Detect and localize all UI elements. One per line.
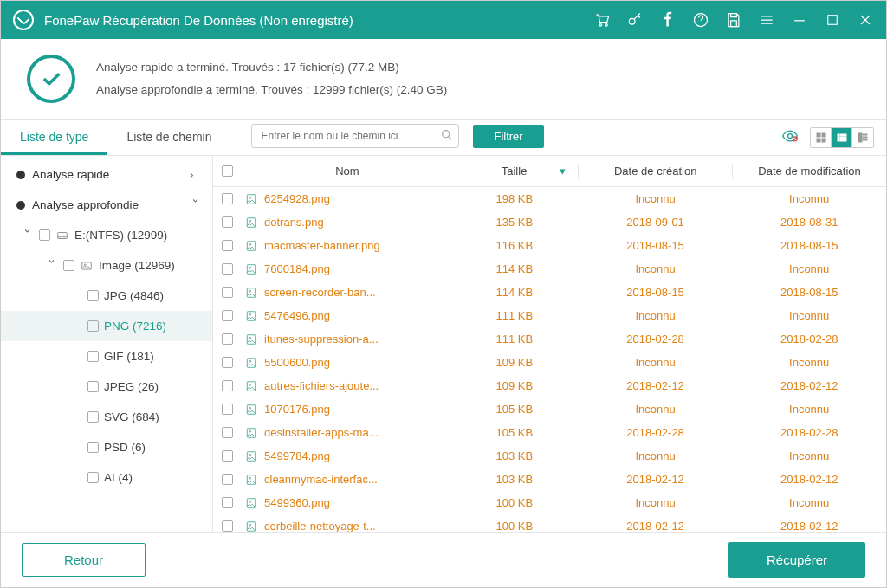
sidebar: Analyse rapide › Analyse approfondie › ›… <box>1 156 213 532</box>
svg-rect-13 <box>840 134 846 136</box>
table-row[interactable]: 5499360.png100 KBInconnuInconnu <box>213 491 886 514</box>
table-row[interactable]: 5500600.png109 KBInconnuInconnu <box>213 351 886 374</box>
table-row[interactable]: cleanmymac-interfac...103 KB2018-02-1220… <box>213 468 886 491</box>
file-size: 105 KB <box>450 426 579 439</box>
file-created: Inconnu <box>579 262 733 275</box>
row-checkbox[interactable] <box>222 193 233 204</box>
minimize-icon[interactable] <box>791 11 808 29</box>
svg-rect-18 <box>858 133 862 142</box>
checkbox[interactable] <box>87 472 99 483</box>
sidebar-format-item[interactable]: JPG (4846) <box>1 281 212 311</box>
checkbox[interactable] <box>63 260 74 271</box>
facebook-icon[interactable] <box>659 11 677 29</box>
sidebar-format-item[interactable]: GIF (181) <box>1 341 212 372</box>
sidebar-format-item[interactable]: SVG (684) <box>1 402 212 432</box>
file-created: Inconnu <box>579 403 733 416</box>
svg-point-26 <box>249 197 251 198</box>
file-size: 109 KB <box>450 379 579 392</box>
view-list-icon[interactable] <box>832 128 852 147</box>
checkbox[interactable] <box>87 320 99 332</box>
table-row[interactable]: desinstaller-apps-ma...105 KB2018-02-282… <box>213 421 886 444</box>
back-button[interactable]: Retour <box>22 543 146 577</box>
table-row[interactable]: 1070176.png105 KBInconnuInconnu <box>213 397 886 421</box>
file-name: 5476496.png <box>264 309 330 322</box>
row-checkbox[interactable] <box>222 474 233 485</box>
row-checkbox[interactable] <box>222 240 233 251</box>
table-row[interactable]: itunes-suppression-a...111 KB2018-02-282… <box>213 327 886 351</box>
table-row[interactable]: 7600184.png114 KBInconnuInconnu <box>213 257 886 281</box>
column-size[interactable]: Taille▾ <box>450 165 578 178</box>
view-detail-icon[interactable] <box>852 128 873 147</box>
select-all-checkbox[interactable] <box>222 165 233 177</box>
table-row[interactable]: autres-fichiers-ajoute...109 KB2018-02-1… <box>213 374 886 397</box>
file-modified: 2018-08-31 <box>732 216 886 229</box>
checkbox[interactable] <box>87 411 99 423</box>
checkbox[interactable] <box>87 351 99 362</box>
file-image-icon <box>245 240 257 252</box>
maximize-icon[interactable] <box>824 11 841 29</box>
row-checkbox[interactable] <box>222 450 233 462</box>
file-name: 5499784.png <box>264 449 330 462</box>
sidebar-drive[interactable]: › E:(NTFS) (12999) <box>1 220 212 250</box>
file-modified: 2018-02-12 <box>732 379 886 392</box>
row-checkbox[interactable] <box>222 497 233 508</box>
column-name[interactable]: Nom <box>245 165 450 178</box>
tab-type-list[interactable]: Liste de type <box>1 120 107 155</box>
help-icon[interactable] <box>692 11 709 29</box>
close-icon[interactable] <box>857 11 874 29</box>
checkbox[interactable] <box>87 381 99 392</box>
sidebar-format-item[interactable]: PNG (7216) <box>1 311 212 341</box>
table-row[interactable]: screen-recorder-ban...114 KB2018-08-1520… <box>213 281 886 304</box>
table-row[interactable]: dotrans.png135 KB2018-09-012018-08-31 <box>213 210 886 234</box>
file-created: 2018-02-28 <box>579 426 733 439</box>
row-checkbox[interactable] <box>222 263 233 275</box>
file-modified: Inconnu <box>732 449 886 462</box>
row-checkbox[interactable] <box>222 333 233 345</box>
sidebar-format-item[interactable]: JPEG (26) <box>1 372 212 402</box>
preview-toggle-icon[interactable] <box>779 127 801 148</box>
sidebar-deep-scan[interactable]: Analyse approfondie › <box>1 190 212 220</box>
row-checkbox[interactable] <box>222 520 233 532</box>
file-created: Inconnu <box>579 309 733 322</box>
format-label: GIF (181) <box>104 350 154 363</box>
file-size: 103 KB <box>450 473 579 486</box>
sort-down-icon: ▾ <box>560 165 566 178</box>
file-created: 2018-02-12 <box>579 379 733 392</box>
search-icon[interactable] <box>440 128 454 145</box>
row-checkbox[interactable] <box>222 380 233 391</box>
search-input[interactable] <box>251 124 459 148</box>
row-checkbox[interactable] <box>222 404 233 415</box>
svg-rect-8 <box>817 133 820 137</box>
filter-button[interactable]: Filtrer <box>473 125 543 148</box>
table-row[interactable]: corbeille-nettoyage-t...100 KB2018-02-12… <box>213 514 886 532</box>
table-row[interactable]: macmaster-banner.png116 KB2018-08-152018… <box>213 234 886 257</box>
checkbox[interactable] <box>87 442 99 453</box>
row-checkbox[interactable] <box>222 216 233 228</box>
column-modified[interactable]: Date de modification <box>733 165 886 178</box>
row-checkbox[interactable] <box>222 287 233 298</box>
sidebar-quick-scan[interactable]: Analyse rapide › <box>1 159 212 190</box>
svg-point-52 <box>249 501 251 502</box>
file-created: 2018-09-01 <box>579 216 733 229</box>
file-modified: Inconnu <box>732 403 886 416</box>
cart-icon[interactable] <box>593 11 611 29</box>
table-row[interactable]: 5499784.png103 KBInconnuInconnu <box>213 444 886 468</box>
menu-icon[interactable] <box>758 11 775 29</box>
recover-button[interactable]: Récupérer <box>728 542 865 578</box>
table-row[interactable]: 5476496.png111 KBInconnuInconnu <box>213 304 886 327</box>
view-grid-icon[interactable] <box>811 128 832 147</box>
tab-path-list[interactable]: Liste de chemin <box>107 120 230 155</box>
checkbox[interactable] <box>87 290 99 301</box>
table-row[interactable]: 6254928.png198 KBInconnuInconnu <box>213 187 886 210</box>
row-checkbox[interactable] <box>222 427 233 438</box>
checkbox[interactable] <box>39 229 50 241</box>
sidebar-format-item[interactable]: PSD (6) <box>1 432 212 462</box>
column-created[interactable]: Date de création <box>579 165 732 178</box>
key-icon[interactable] <box>626 11 644 29</box>
sidebar-format-item[interactable]: AI (4) <box>1 462 212 493</box>
row-checkbox[interactable] <box>222 310 233 321</box>
sidebar-image-folder[interactable]: › Image (12969) <box>1 250 212 281</box>
save-icon[interactable] <box>725 11 742 29</box>
row-checkbox[interactable] <box>222 357 233 368</box>
file-created: Inconnu <box>579 496 733 509</box>
